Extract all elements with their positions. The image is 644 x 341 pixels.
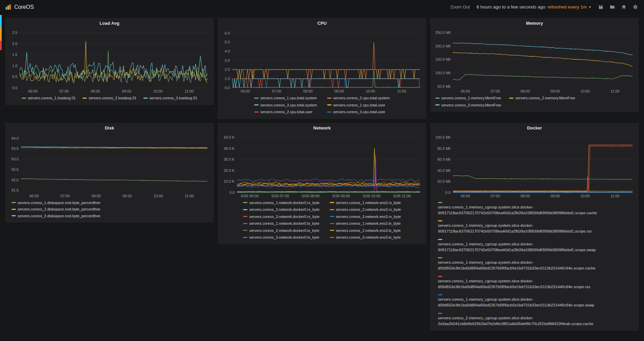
svg-text:1.5: 1.5 [12,53,17,57]
svg-text:0.0: 0.0 [445,190,450,194]
legend-item[interactable]: servers.coreos_2.memory_cgroup.system.sl… [438,313,634,327]
legend-item[interactable]: servers.coreos_1.memory.MemFree [435,95,501,101]
side-menu-strip[interactable] [0,15,2,50]
series-label: servers.coreos_1.memory.MemFree [441,95,501,101]
navbar-icons [598,4,639,10]
svg-text:50.0 Mil: 50.0 Mil [437,84,450,88]
legend-item[interactable]: servers.coreos_1.cpu.total.user [327,102,390,108]
series-label: servers.coreos_1.memory_cgroup.system.sl… [438,241,633,253]
legend-item[interactable]: servers.coreos_2.network.docker0.rx_byte [243,207,319,213]
brand[interactable]: CoreOS [5,4,34,10]
chart-legend: servers.coreos_1.cpu.total.systemservers… [221,95,423,116]
chart-canvas[interactable]: 06:0007:0008:0009:0010:0011:0050.0 Mil10… [433,28,636,94]
legend-item[interactable]: servers.coreos_1.memory_cgroup.system.sl… [438,276,634,290]
legend-item[interactable]: servers.coreos_2.cpu.total.user [254,109,317,115]
legend-item[interactable]: servers.coreos_1.cpu.total.system [254,95,317,101]
legend-item[interactable]: servers.coreos_3.network.ens3.tx_byte [330,235,401,240]
series-color-marker [254,104,259,105]
legend-item[interactable]: servers.coreos_3.loadavg.01 [143,95,197,101]
svg-text:06:00: 06:00 [28,89,38,93]
legend-item[interactable]: servers.coreos_2.loadavg.01 [82,95,136,101]
legend-item[interactable]: servers.coreos_2.memory.MemFree [509,95,575,101]
panel-title[interactable]: CPU [221,19,423,28]
series-color-marker [435,104,440,105]
chart-canvas[interactable]: 06:0007:0008:0009:0010:0011:000.01.02.03… [221,28,423,94]
series-color-marker [243,202,247,203]
legend-item[interactable]: servers.coreos_1.network.ens3.rx_byte [330,200,401,206]
panel-title[interactable]: Load Avg [8,19,211,28]
panel-disk: Disk 06:0007:0008:0009:0010:0011:0091.59… [5,123,214,223]
panel-title[interactable]: Docker [433,123,636,133]
refresh-interval-text: refreshed every 1m [547,4,587,9]
series-label: servers.coreos_1.network.docker0.tx_byte [249,221,319,226]
svg-text:150.0 Mil: 150.0 Mil [435,57,450,61]
series-color-marker [438,220,442,221]
legend-item[interactable]: servers.coreos_2.network.ens3.tx_byte [330,228,401,234]
time-range-text: 6 hours ago to a few seconds ago [477,4,545,9]
legend-item[interactable]: servers.coreos_2.network.ens3.rx_byte [330,207,401,213]
legend-item[interactable]: servers.coreos_3.diskspace.root.byte_per… [12,213,209,219]
svg-text:10:00: 10:00 [154,194,163,198]
svg-text:09:00: 09:00 [335,89,344,93]
series-color-marker [438,313,442,314]
legend-item[interactable]: servers.coreos_2.network.docker0.tx_byte [243,228,319,234]
legend-item[interactable]: servers.coreos_1.memory_cgroup.system.sl… [438,294,634,308]
svg-text:11:00: 11:00 [185,89,194,93]
time-picker[interactable]: 6 hours ago to a few seconds ago refresh… [477,4,591,9]
series-label: servers.coreos_3.network.docker0.tx_byte [249,235,319,240]
home-button[interactable] [621,4,627,10]
series-label: servers.coreos_2.cpu.total.system [333,95,390,101]
series-color-marker [438,276,442,277]
legend-item[interactable]: servers.coreos_1.diskspace.root.byte_per… [12,200,209,206]
legend-item[interactable]: servers.coreos_1.memory_cgroup.system.sl… [438,202,634,216]
svg-text:100.0 Mil: 100.0 Mil [435,135,450,139]
svg-text:92.0: 92.0 [12,178,19,182]
svg-text:5/26 06:00: 5/26 06:00 [241,194,259,198]
series-color-marker [509,98,514,99]
svg-text:5.0: 5.0 [225,40,230,44]
legend-item[interactable]: servers.coreos_1.network.ens3.tx_byte [330,221,401,226]
legend-item[interactable]: servers.coreos_1.memory_cgroup.system.sl… [438,239,634,253]
svg-text:09:00: 09:00 [122,89,132,93]
series-label: servers.coreos_1.cpu.total.user [333,102,385,108]
chart-canvas[interactable]: 5/26 06:005/26 07:005/26 08:005/26 09:00… [221,133,423,199]
series-label: servers.coreos_2.cpu.total.user [260,109,312,115]
series-label: servers.coreos_1.diskspace.root.byte_per… [18,200,100,206]
settings-button[interactable] [632,4,639,10]
chart-canvas[interactable]: 06:0007:0008:0009:0010:0011:000.020.0 Mi… [433,133,636,199]
zoom-out-button[interactable]: Zoom Out [450,4,470,9]
save-dashboard-button[interactable] [598,4,604,10]
grafana-logo-icon [5,4,11,10]
legend-item[interactable]: servers.coreos_3.cpu.total.system [254,102,317,108]
chart-canvas[interactable]: 06:0007:0008:0009:0010:0011:0091.592.092… [8,133,211,199]
legend-item[interactable]: servers.coreos_3.memory.MemFree [435,102,501,108]
svg-text:200.0 Mil: 200.0 Mil [435,44,450,48]
panel-title[interactable]: Network [221,123,423,133]
series-color-marker [330,202,334,203]
legend-item[interactable]: servers.coreos_2.cpu.total.system [327,95,390,101]
series-color-marker [330,209,334,210]
series-color-marker [243,209,247,210]
open-dashboard-button[interactable] [609,4,616,10]
legend-item[interactable]: servers.coreos_1.memory_cgroup.system.sl… [438,220,634,235]
series-label: servers.coreos_2.diskspace.root.byte_per… [18,206,100,212]
panel-title[interactable]: Memory [433,19,636,28]
legend-item[interactable]: servers.coreos_2.diskspace.root.byte_per… [12,206,209,212]
svg-text:09:00: 09:00 [550,194,560,198]
legend-item[interactable]: servers.coreos_1.network.docker0.tx_byte [243,221,319,226]
panel-title[interactable]: Disk [8,123,211,133]
svg-text:0.0: 0.0 [225,86,230,90]
legend-item[interactable]: servers.coreos_1.loadavg.01 [22,95,76,101]
legend-item[interactable]: servers.coreos_1.memory_cgroup.system.sl… [438,257,634,272]
legend-item[interactable]: servers.coreos_1.network.docker0.rx_byte [243,200,319,206]
svg-text:06:00: 06:00 [241,89,250,93]
svg-text:0.5: 0.5 [12,75,17,79]
dashboard-grid: Load Avg 06:0007:0008:0009:0010:0011:000… [0,14,644,335]
side-menu-strip-segment [0,28,2,41]
legend-item[interactable]: servers.coreos_3.network.docker0.rx_byte [243,214,319,220]
legend-item[interactable]: servers.coreos_3.cpu.total.user [327,109,390,115]
chart-canvas[interactable]: 06:0007:0008:0009:0010:0011:000.00.51.01… [8,28,211,94]
panel-load-avg: Load Avg 06:0007:0008:0009:0010:0011:000… [5,18,214,105]
legend-item[interactable]: servers.coreos_3.network.docker0.tx_byte [243,235,319,240]
legend-item[interactable]: servers.coreos_3.network.ens3.rx_byte [330,214,401,220]
